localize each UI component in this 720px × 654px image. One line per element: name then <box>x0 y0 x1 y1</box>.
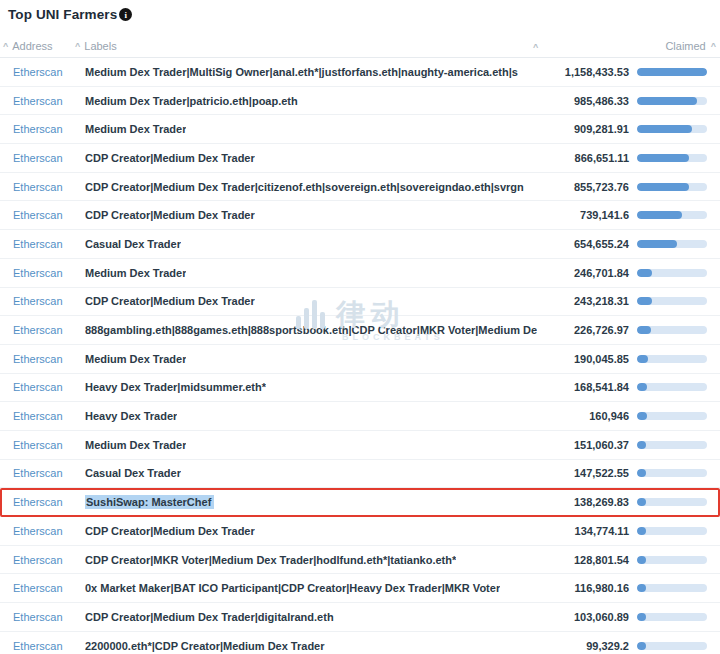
claimed-bar-track <box>637 125 707 133</box>
row-labels: CDP Creator|Medium Dex Trader <box>85 152 255 164</box>
info-icon[interactable]: i <box>119 8 132 21</box>
etherscan-link[interactable]: Etherscan <box>13 267 63 279</box>
row-labels: Medium Dex Trader <box>85 267 186 279</box>
claimed-value: 1,158,433.53 <box>537 66 629 78</box>
page-title: Top UNI Farmers <box>8 7 117 22</box>
row-labels: 888gambling.eth|888games.eth|888sportsbo… <box>85 324 537 336</box>
claimed-bar-track <box>637 498 707 506</box>
claimed-bar-track <box>637 383 707 391</box>
claimed-bar-fill <box>637 125 692 133</box>
table-row: Etherscan Medium Dex Trader 909,281.91 <box>0 115 720 144</box>
etherscan-link[interactable]: Etherscan <box>13 66 63 78</box>
panel-header: Top UNI Farmers i <box>0 0 720 22</box>
claimed-bar-fill <box>637 469 646 477</box>
table-row: Etherscan 2200000.eth*|CDP Creator|Mediu… <box>0 632 720 654</box>
claimed-bar-track <box>637 211 707 219</box>
claimed-value: 985,486.33 <box>537 95 629 107</box>
claimed-bar-track <box>637 97 707 105</box>
table-row: Etherscan Medium Dex Trader|patricio.eth… <box>0 87 720 116</box>
claimed-bar-track <box>637 527 707 535</box>
etherscan-link[interactable]: Etherscan <box>13 295 63 307</box>
row-labels: CDP Creator|Medium Dex Trader <box>85 209 255 221</box>
etherscan-link[interactable]: Etherscan <box>13 410 63 422</box>
etherscan-link[interactable]: Etherscan <box>13 496 63 508</box>
claimed-bar-track <box>637 269 707 277</box>
claimed-bar-fill <box>637 584 646 592</box>
table-row: Etherscan CDP Creator|Medium Dex Trader … <box>0 201 720 230</box>
claimed-bar-fill <box>637 183 689 191</box>
table-row: Etherscan SushiSwap: MasterChef 138,269.… <box>0 488 720 517</box>
row-labels: Casual Dex Trader <box>85 467 181 479</box>
claimed-value: 243,218.31 <box>537 295 629 307</box>
table-row: Etherscan Heavy Dex Trader 160,946 <box>0 402 720 431</box>
sort-caret-claimed-value-icon[interactable]: ^ <box>533 42 538 52</box>
claimed-bar-fill <box>637 297 652 305</box>
etherscan-link[interactable]: Etherscan <box>13 439 63 451</box>
row-labels: Casual Dex Trader <box>85 238 181 250</box>
etherscan-link[interactable]: Etherscan <box>13 353 63 365</box>
etherscan-link[interactable]: Etherscan <box>13 582 63 594</box>
claimed-bar-track <box>637 68 707 76</box>
etherscan-link[interactable]: Etherscan <box>13 467 63 479</box>
row-labels: Heavy Dex Trader|midsummer.eth* <box>85 381 266 393</box>
etherscan-link[interactable]: Etherscan <box>13 554 63 566</box>
claimed-bar-fill <box>637 269 652 277</box>
claimed-bar-track <box>637 240 707 248</box>
etherscan-link[interactable]: Etherscan <box>13 525 63 537</box>
column-header-address[interactable]: ^ Address <box>0 40 75 52</box>
column-header-labels[interactable]: ^ Labels <box>75 40 517 52</box>
sort-caret-claimed-icon[interactable]: ^ <box>711 42 716 51</box>
claimed-bar-fill <box>637 556 646 564</box>
table-header: ^ Address ^ Labels ^ Claimed ^ <box>0 35 720 58</box>
table-row: Etherscan Medium Dex Trader 246,701.84 <box>0 259 720 288</box>
claimed-value: 134,774.11 <box>537 525 629 537</box>
etherscan-link[interactable]: Etherscan <box>13 640 63 652</box>
sort-caret-address-icon[interactable]: ^ <box>3 42 8 51</box>
table-row: Etherscan CDP Creator|Medium Dex Trader|… <box>0 173 720 202</box>
claimed-bar-fill <box>637 355 648 363</box>
claimed-value: 190,045.85 <box>537 353 629 365</box>
table-row: Etherscan Medium Dex Trader 151,060.37 <box>0 431 720 460</box>
claimed-bar-track <box>637 469 707 477</box>
row-labels: Medium Dex Trader <box>85 439 186 451</box>
etherscan-link[interactable]: Etherscan <box>13 324 63 336</box>
table-row: Etherscan CDP Creator|Medium Dex Trader … <box>0 517 720 546</box>
etherscan-link[interactable]: Etherscan <box>13 123 63 135</box>
column-header-claimed[interactable]: Claimed ^ <box>633 40 720 52</box>
claimed-bar-fill <box>637 642 646 650</box>
table-row: Etherscan Casual Dex Trader 147,522.55 <box>0 460 720 489</box>
row-labels: CDP Creator|Medium Dex Trader <box>85 525 255 537</box>
sort-caret-labels-icon[interactable]: ^ <box>75 42 80 51</box>
table-row: Etherscan Medium Dex Trader 190,045.85 <box>0 345 720 374</box>
etherscan-link[interactable]: Etherscan <box>13 95 63 107</box>
claimed-bar-fill <box>637 441 646 449</box>
claimed-value: 151,060.37 <box>537 439 629 451</box>
claimed-bar-track <box>637 642 707 650</box>
etherscan-link[interactable]: Etherscan <box>13 238 63 250</box>
etherscan-link[interactable]: Etherscan <box>13 381 63 393</box>
table-row: Etherscan Medium Dex Trader|MultiSig Own… <box>0 58 720 87</box>
column-header-claimed-value[interactable]: ^ <box>517 40 625 52</box>
etherscan-link[interactable]: Etherscan <box>13 611 63 623</box>
etherscan-link[interactable]: Etherscan <box>13 209 63 221</box>
claimed-bar-fill <box>637 527 646 535</box>
column-header-address-label: Address <box>12 40 52 52</box>
claimed-value: 739,141.6 <box>537 209 629 221</box>
claimed-bar-fill <box>637 613 646 621</box>
etherscan-link[interactable]: Etherscan <box>13 181 63 193</box>
etherscan-link[interactable]: Etherscan <box>13 152 63 164</box>
claimed-bar-track <box>637 326 707 334</box>
claimed-bar-fill <box>637 383 647 391</box>
claimed-value: 147,522.55 <box>537 467 629 479</box>
table-row: Etherscan 888gambling.eth|888games.eth|8… <box>0 316 720 345</box>
row-labels: CDP Creator|Medium Dex Trader|citizenof.… <box>85 181 524 193</box>
claimed-value: 866,651.11 <box>537 152 629 164</box>
claimed-bar-fill <box>637 154 689 162</box>
row-labels: 2200000.eth*|CDP Creator|Medium Dex Trad… <box>85 640 325 652</box>
claimed-value: 138,269.83 <box>537 496 629 508</box>
table-row: Etherscan Heavy Dex Trader|midsummer.eth… <box>0 374 720 403</box>
claimed-value: 160,946 <box>537 410 629 422</box>
claimed-bar-track <box>637 556 707 564</box>
claimed-bar-fill <box>637 97 697 105</box>
row-labels: Medium Dex Trader <box>85 353 186 365</box>
